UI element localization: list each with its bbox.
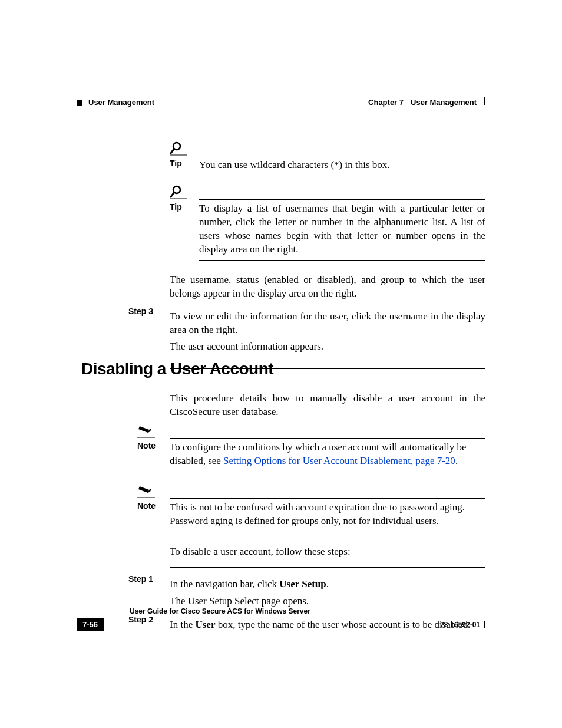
lower-content: This procedure details how to manually d… [170,392,485,639]
svg-line-1 [171,149,174,153]
paragraph: The username, status (enabled or disable… [170,274,485,301]
step-text: The user account information appears. [170,340,485,354]
header-section: User Management [88,98,154,107]
step-text: The User Setup Select page opens. [170,595,485,608]
note-suffix: . [455,455,458,466]
header-right: Chapter 7 User Management [368,97,485,107]
tip-label: Tip [170,156,199,168]
upper-content: Tip You can use wildcard characters (*) … [170,141,485,369]
tip-label: Tip [170,200,199,212]
cross-reference-link[interactable]: Setting Options for User Account Disable… [223,455,455,466]
note-icon [137,425,485,438]
note-label: Note [137,439,156,450]
step-suffix: . [326,578,329,589]
tip-text: You can use wildcard characters (*) in t… [199,156,485,172]
step-text: In the navigation bar, click User Setup. [170,578,485,591]
svg-line-4 [171,193,174,197]
doc-id-text: 78-16592-01 [440,621,480,629]
tip-icon [170,141,485,156]
document-id: 78-16592-01 [440,621,485,629]
section-heading: Disabling a User Account [81,360,273,378]
note-label: Note [137,499,156,510]
step-label: Step 3 [128,307,164,316]
running-header: User Management Chapter 7 User Managemen… [77,97,485,108]
header-square-icon [77,100,82,106]
step-prefix: In the navigation bar, click [170,578,279,589]
footer-title: User Guide for Cisco Secure ACS for Wind… [77,607,485,617]
intro-paragraph: This procedure details how to manually d… [170,392,485,419]
header-chapter-title: User Management [411,98,477,107]
header-left: User Management [77,98,154,107]
tip-icon [170,185,485,199]
header-chapter-label: Chapter 7 [368,98,404,107]
note-text: To configure the conditions by which a u… [170,439,485,472]
header-bar-icon [484,97,485,105]
step-label: Step 1 [128,574,164,584]
steps-start-rule [170,567,485,568]
page-footer: User Guide for Cisco Secure ACS for Wind… [77,607,485,631]
page-number-badge: 7-56 [77,618,104,631]
ui-element-name: User Setup [279,578,326,589]
note-callout-2: Note This is not to be confused with acc… [170,485,485,532]
note-icon [137,485,485,498]
step-text: To view or edit the information for the … [170,310,485,337]
lead-paragraph: To disable a user account, follow these … [170,545,485,559]
note-text: This is not to be confused with account … [170,499,485,532]
footer-bar-icon [484,621,485,628]
note-callout-1: Note To configure the conditions by whic… [170,425,485,472]
step-3: Step 3 To view or edit the information f… [170,307,485,358]
document-page: User Management Chapter 7 User Managemen… [0,0,562,728]
tip-callout-1: Tip You can use wildcard characters (*) … [170,141,485,172]
tip-callout-2: Tip To display a list of usernames that … [170,185,485,261]
tip-text: To display a list of usernames that begi… [199,200,485,261]
step-1: Step 1 In the navigation bar, click User… [170,574,485,612]
